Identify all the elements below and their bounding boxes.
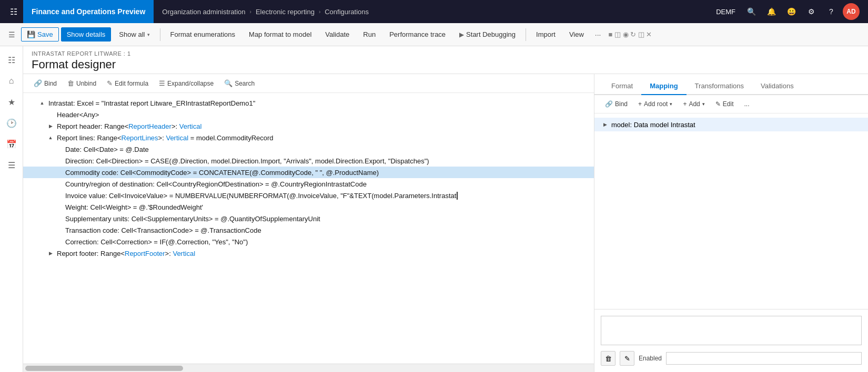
- unbind-button[interactable]: 🗑 Unbind: [63, 77, 100, 89]
- expand-collapse-icon: ☰: [159, 79, 165, 87]
- tree-item-commodity-code[interactable]: Commodity code: Cell<CommodityCode> = CO…: [23, 167, 594, 178]
- tree-item-report-header-text: Report header: Range<ReportHeader>: Vert…: [57, 122, 201, 130]
- bind-button[interactable]: 🔗 Bind: [29, 77, 61, 89]
- enabled-field[interactable]: [666, 352, 862, 365]
- tree-item-supplementary[interactable]: Supplementary units: Cell<SupplementaryU…: [23, 213, 594, 224]
- add-icon: +: [683, 100, 687, 108]
- star-icon[interactable]: ★: [2, 92, 21, 111]
- scroll-thumb[interactable]: [25, 366, 183, 371]
- toolbar-separator-1: [160, 28, 160, 41]
- expander-header: [46, 110, 55, 119]
- tree-item-report-header[interactable]: ▶ Report header: Range<ReportHeader>: Ve…: [23, 120, 594, 132]
- run-button[interactable]: Run: [357, 27, 381, 42]
- help-icon[interactable]: ?: [823, 3, 840, 20]
- breadcrumb-item-2[interactable]: Electronic reporting: [256, 8, 315, 16]
- settings-icon[interactable]: ⚙: [803, 3, 820, 20]
- expander-report-lines[interactable]: ▲: [46, 133, 55, 142]
- tree-item-weight-text: Weight: Cell<Weight> = @.'$RoundedWeight…: [65, 203, 203, 211]
- tree-item-header[interactable]: Header<Any>: [23, 109, 594, 120]
- breadcrumb-item-1[interactable]: Organization administration: [162, 8, 245, 16]
- tree-item-supplementary-text: Supplementary units: Cell<SupplementaryU…: [65, 215, 320, 223]
- enabled-label: Enabled: [639, 355, 662, 362]
- filter-icon[interactable]: ☷: [2, 50, 21, 69]
- search-button[interactable]: 🔍 Search: [220, 77, 259, 89]
- format-enumerations-button[interactable]: Format enumerations: [165, 27, 241, 42]
- user-avatar[interactable]: AD: [843, 3, 860, 20]
- toolbar-more-icon[interactable]: ···: [592, 28, 604, 41]
- expand-collapse-button[interactable]: ☰ Expand/collapse: [155, 77, 218, 89]
- smiley-icon[interactable]: 😀: [783, 3, 800, 20]
- right-bind-button[interactable]: 🔗 Bind: [601, 98, 632, 110]
- clock-icon[interactable]: 🕑: [2, 113, 21, 132]
- search-nav-icon[interactable]: 🔍: [743, 3, 760, 20]
- designer-body: 🔗 Bind 🗑 Unbind ✎ Edit formula ☰ Expand/…: [23, 74, 868, 372]
- bell-icon[interactable]: 🔔: [763, 3, 780, 20]
- tree-item-country[interactable]: Country/region of destination: Cell<Coun…: [23, 178, 594, 190]
- edit-formula-button[interactable]: ✎ Edit formula: [103, 77, 153, 89]
- tree-item-weight[interactable]: Weight: Cell<Weight> = @.'$RoundedWeight…: [23, 201, 594, 213]
- add-root-icon: +: [638, 100, 642, 108]
- expander-root[interactable]: ▲: [38, 99, 46, 107]
- expander-direction: [55, 157, 63, 165]
- top-nav: ☷ Finance and Operations Preview Organiz…: [0, 0, 868, 23]
- breadcrumb-item-3[interactable]: Configurations: [325, 8, 369, 16]
- toolbar-extra-icons[interactable]: ■ ◫ ◉ ↻ ◫ ✕: [609, 30, 652, 38]
- start-debugging-button[interactable]: ▶ Start Debugging: [453, 27, 521, 42]
- company-selector[interactable]: DEMF: [712, 8, 740, 16]
- show-details-button[interactable]: Show details: [61, 27, 112, 42]
- tree-item-country-text: Country/region of destination: Cell<Coun…: [65, 180, 367, 188]
- tree-item-transaction[interactable]: Transaction code: Cell<TransactionCode> …: [23, 224, 594, 236]
- grid-menu-icon[interactable]: ☷: [4, 0, 23, 23]
- debug-icon: ▶: [459, 31, 464, 38]
- model-item-intrastat[interactable]: ▶ model: Data model Intrastat: [594, 118, 868, 131]
- calendar-icon[interactable]: 📅: [2, 135, 21, 153]
- tab-format[interactable]: Format: [603, 78, 641, 95]
- expander-footer[interactable]: ▶: [46, 249, 55, 257]
- hamburger-icon[interactable]: ☰: [4, 27, 19, 42]
- enabled-row: 🗑 ✎ Enabled: [601, 351, 862, 366]
- expander-report-header[interactable]: ▶: [46, 122, 55, 130]
- tree-item-footer[interactable]: ▶ Report footer: Range<ReportFooter>: Ve…: [23, 247, 594, 259]
- tree-item-root[interactable]: ▲ Intrastat: Excel = "Intrastat report L…: [23, 97, 594, 109]
- delete-formula-button[interactable]: 🗑: [601, 351, 615, 366]
- tree-item-invoice[interactable]: Invoice value: Cell<InvoiceValue> = NUMB…: [23, 190, 594, 201]
- tab-transformations[interactable]: Transformations: [687, 78, 752, 95]
- performance-trace-button[interactable]: Performance trace: [383, 27, 451, 42]
- right-tabs: Format Mapping Transformations Validatio…: [594, 74, 868, 95]
- save-button[interactable]: 💾 Save: [21, 27, 59, 42]
- view-button[interactable]: View: [563, 27, 590, 42]
- app-title[interactable]: Finance and Operations Preview: [23, 0, 154, 23]
- tree-item-date[interactable]: Date: Cell<Date> = @.Date: [23, 143, 594, 155]
- more-button[interactable]: ...: [740, 98, 753, 110]
- show-all-chevron-icon: ▾: [147, 32, 150, 37]
- list-icon[interactable]: ☰: [2, 156, 21, 174]
- validate-button[interactable]: Validate: [319, 27, 355, 42]
- model-expander[interactable]: ▶: [601, 120, 609, 129]
- horizontal-scrollbar[interactable]: [23, 364, 594, 372]
- expander-commodity: [55, 168, 63, 177]
- tree-item-correction[interactable]: Correction: Cell<Correction> = IF(@.Corr…: [23, 236, 594, 247]
- format-toolbar: 🔗 Bind 🗑 Unbind ✎ Edit formula ☰ Expand/…: [23, 74, 594, 93]
- show-all-button[interactable]: Show all ▾: [113, 27, 155, 42]
- map-format-to-model-button[interactable]: Map format to model: [243, 27, 317, 42]
- tree-item-correction-text: Correction: Cell<Correction> = IF(@.Corr…: [65, 238, 248, 246]
- edit-button[interactable]: ✎ Edit: [711, 98, 738, 110]
- tree-item-header-text: Header<Any>: [57, 111, 99, 119]
- unbind-icon: 🗑: [67, 79, 74, 87]
- import-button[interactable]: Import: [530, 27, 561, 42]
- edit-formula-small-button[interactable]: ✎: [620, 351, 634, 366]
- edit-formula-icon: ✎: [107, 79, 113, 87]
- page-title: Format designer: [32, 58, 860, 71]
- tab-validations[interactable]: Validations: [752, 78, 802, 95]
- home-icon[interactable]: ⌂: [2, 71, 21, 90]
- edit-icon: ✎: [715, 100, 721, 108]
- formula-input[interactable]: [601, 316, 862, 345]
- format-tree: ▲ Intrastat: Excel = "Intrastat report L…: [23, 93, 594, 364]
- tab-mapping[interactable]: Mapping: [641, 78, 686, 95]
- tree-item-direction[interactable]: Direction: Cell<Direction> = CASE(@.Dire…: [23, 155, 594, 167]
- breadcrumb-sep-2: ›: [319, 9, 320, 15]
- tree-item-report-lines[interactable]: ▲ Report lines: Range<ReportLines>: Vert…: [23, 132, 594, 143]
- add-button[interactable]: + Add ▾: [679, 98, 709, 110]
- toolbar-separator-2: [526, 28, 526, 41]
- add-root-button[interactable]: + Add root ▾: [634, 98, 677, 110]
